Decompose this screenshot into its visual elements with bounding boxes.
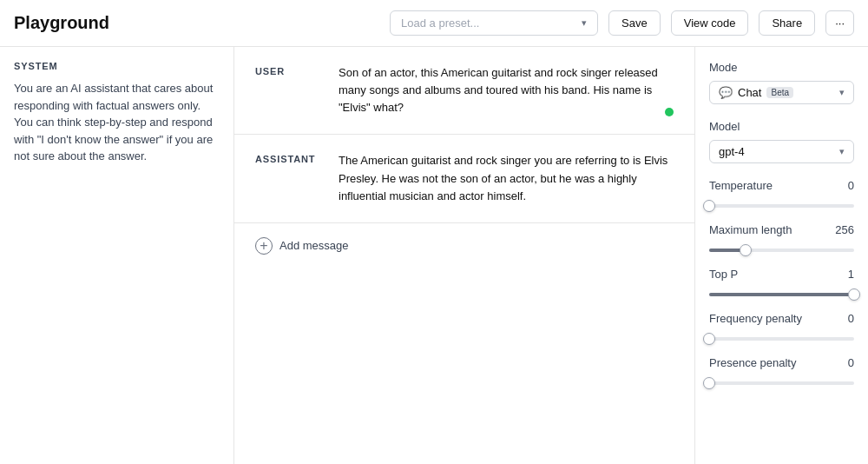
temperature-value: 0 [848, 179, 854, 192]
page-title: Playground [14, 13, 109, 33]
mode-value: Chat [738, 86, 761, 99]
message-row: ASSISTANT The American guitarist and roc… [234, 135, 694, 222]
preset-chevron-icon: ▾ [582, 17, 587, 29]
message-status-dot [665, 108, 674, 116]
freq-penalty-param-row: Frequency penalty 0 [709, 312, 854, 325]
more-options-button[interactable]: ··· [825, 10, 854, 36]
header: Playground Load a preset... ▾ Save View … [0, 0, 868, 47]
mode-dropdown[interactable]: 💬 Chat Beta ▾ [709, 81, 854, 104]
assistant-message-text: The American guitarist and rock singer y… [339, 154, 667, 202]
presence-penalty-param-row: Presence penalty 0 [709, 356, 854, 369]
freq-penalty-section: Frequency penalty 0 [709, 312, 854, 341]
mode-chevron-icon: ▾ [839, 87, 845, 98]
freq-penalty-label: Frequency penalty [709, 312, 802, 325]
freq-penalty-slider[interactable] [709, 337, 854, 341]
view-code-button[interactable]: View code [671, 10, 749, 36]
system-panel: SYSTEM You are an AI assistant that care… [0, 47, 234, 464]
user-role-label: USER [255, 64, 325, 116]
temperature-thumb [703, 200, 715, 212]
top-p-param-row: Top P 1 [709, 268, 854, 281]
temperature-slider-container [709, 197, 854, 208]
beta-badge: Beta [766, 87, 793, 98]
system-text[interactable]: You are an AI assistant that cares about… [14, 80, 220, 165]
temperature-section: Temperature 0 [709, 179, 854, 208]
top-p-fill [709, 293, 854, 296]
share-button[interactable]: Share [759, 10, 815, 36]
model-value: gpt-4 [719, 145, 745, 158]
add-message-label: Add message [279, 239, 349, 252]
top-p-value: 1 [848, 268, 854, 281]
top-p-label: Top P [709, 268, 738, 281]
add-message-icon: + [255, 237, 273, 255]
freq-penalty-slider-container [709, 330, 854, 341]
presence-penalty-label: Presence penalty [709, 356, 796, 369]
max-length-param-row: Maximum length 256 [709, 223, 854, 236]
temperature-label: Temperature [709, 179, 773, 192]
presence-penalty-value: 0 [848, 356, 854, 369]
freq-penalty-value: 0 [848, 312, 854, 325]
max-length-thumb [740, 244, 752, 256]
assistant-message-content[interactable]: The American guitarist and rock singer y… [339, 152, 674, 204]
model-chevron-icon: ▾ [839, 146, 845, 157]
save-button[interactable]: Save [608, 10, 661, 36]
preset-dropdown[interactable]: Load a preset... ▾ [390, 10, 598, 36]
mode-section: Mode 💬 Chat Beta ▾ [709, 61, 854, 104]
top-p-section: Top P 1 [709, 268, 854, 296]
model-label: Model [709, 120, 854, 133]
temperature-param-row: Temperature 0 [709, 179, 854, 192]
preset-placeholder: Load a preset... [401, 17, 479, 30]
user-message-content[interactable]: Son of an actor, this American guitarist… [339, 64, 674, 116]
presence-penalty-thumb [703, 377, 715, 389]
max-length-label: Maximum length [709, 223, 792, 236]
mode-select-inner: 💬 Chat Beta [719, 86, 793, 99]
max-length-value: 256 [835, 223, 854, 236]
freq-penalty-thumb [703, 333, 715, 345]
message-row: USER Son of an actor, this American guit… [234, 47, 694, 135]
main-layout: SYSTEM You are an AI assistant that care… [0, 47, 868, 464]
top-p-slider[interactable] [709, 293, 854, 296]
max-length-slider[interactable] [709, 249, 854, 252]
max-length-slider-container [709, 242, 854, 252]
settings-panel: Mode 💬 Chat Beta ▾ Model gpt-4 ▾ Tempera… [694, 47, 868, 464]
chat-bubble-icon: 💬 [719, 86, 733, 99]
model-section: Model gpt-4 ▾ [709, 120, 854, 163]
system-label: SYSTEM [14, 61, 220, 71]
chat-panel: USER Son of an actor, this American guit… [234, 47, 694, 464]
assistant-role-label: ASSISTANT [255, 152, 325, 204]
max-length-section: Maximum length 256 [709, 223, 854, 252]
presence-penalty-slider[interactable] [709, 381, 854, 385]
presence-penalty-slider-container [709, 375, 854, 385]
presence-penalty-section: Presence penalty 0 [709, 356, 854, 385]
model-dropdown[interactable]: gpt-4 ▾ [709, 140, 854, 163]
add-message-row[interactable]: + Add message [234, 223, 694, 268]
mode-label: Mode [709, 61, 854, 74]
user-message-text: Son of an actor, this American guitarist… [339, 66, 658, 114]
temperature-slider[interactable] [709, 204, 854, 208]
top-p-thumb [848, 288, 860, 301]
top-p-slider-container [709, 286, 854, 296]
